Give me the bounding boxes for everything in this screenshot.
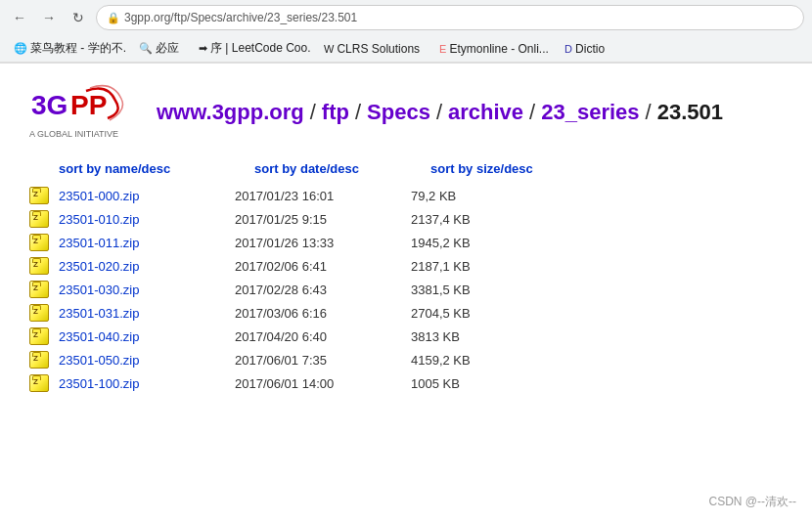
file-date: 2017/02/06 6:41 — [235, 259, 411, 274]
breadcrumb-sep-1: / — [355, 100, 361, 125]
bookmark-icon-etymonline: E — [439, 43, 446, 55]
file-icon — [29, 210, 49, 228]
table-row: 23501-030.zip 2017/02/28 6:43 3381,5 KB — [29, 278, 783, 301]
bookmark-label-leetcode: 序 | LeetCode Coo... — [210, 40, 310, 57]
bookmark-cainiao[interactable]: 🌐 菜鸟教程 - 学的不... — [8, 38, 125, 59]
file-size: 2704,5 KB — [411, 306, 558, 321]
table-row: 23501-040.zip 2017/04/20 6:40 3813 KB — [29, 325, 783, 348]
file-size: 2187,1 KB — [411, 259, 558, 274]
logo-area: 3G PP A GLOBAL INITIATIVE www.3gpp.org /… — [29, 83, 783, 142]
forward-button[interactable]: → — [37, 6, 61, 29]
bookmark-etymonline[interactable]: E Etymonline - Onli... — [433, 40, 551, 58]
file-size: 1005 KB — [411, 376, 558, 391]
sort-headers: sort by name/desc sort by date/desc sort… — [29, 161, 783, 176]
bookmark-icon-bing: 🔍 — [139, 42, 153, 55]
breadcrumb-link-ftp[interactable]: ftp — [322, 100, 349, 125]
file-icon — [29, 187, 49, 204]
table-row: 23501-011.zip 2017/01/26 13:33 1945,2 KB — [29, 231, 783, 254]
file-date: 2017/06/01 7:35 — [235, 353, 411, 368]
breadcrumb-link-23series[interactable]: 23_series — [541, 100, 639, 125]
file-size: 2137,4 KB — [411, 212, 558, 227]
file-icon — [29, 234, 49, 251]
file-date: 2017/01/25 9:15 — [235, 212, 411, 227]
breadcrumb-sep-4: / — [646, 100, 652, 125]
table-row: 23501-100.zip 2017/06/01 14:00 1005 KB — [29, 371, 783, 395]
file-date: 2017/06/01 14:00 — [235, 376, 411, 391]
file-date: 2017/04/20 6:40 — [235, 329, 411, 344]
bookmark-label-dict: Dictio — [575, 42, 605, 56]
bookmark-label-cainiao: 菜鸟教程 - 学的不... — [30, 40, 125, 57]
file-link[interactable]: 23501-050.zip — [59, 353, 235, 368]
address-bar[interactable]: 🔒 3gpp.org/ftp/Specs/archive/23_series/2… — [96, 5, 804, 30]
file-size: 79,2 KB — [411, 189, 558, 203]
bookmark-icon-clrs: W — [324, 43, 334, 55]
logo-box: 3G PP A GLOBAL INITIATIVE — [29, 83, 137, 142]
file-link[interactable]: 23501-031.zip — [59, 306, 235, 321]
file-listing: sort by name/desc sort by date/desc sort… — [29, 161, 783, 395]
file-date: 2017/02/28 6:43 — [235, 283, 411, 297]
table-row: 23501-031.zip 2017/03/06 6:16 2704,5 KB — [29, 301, 783, 325]
file-link[interactable]: 23501-020.zip — [59, 259, 235, 274]
3gpp-logo: 3G PP — [29, 83, 127, 127]
file-link[interactable]: 23501-100.zip — [59, 376, 235, 391]
file-icon — [29, 374, 49, 392]
file-icon — [29, 304, 49, 322]
refresh-button[interactable]: ↻ — [67, 6, 90, 29]
bookmark-icon-dict: D — [564, 43, 572, 55]
file-size: 1945,2 KB — [411, 236, 558, 250]
breadcrumb-link-specs[interactable]: Specs — [367, 100, 430, 125]
breadcrumb-sep-0: / — [310, 100, 316, 125]
file-icon — [29, 257, 49, 275]
bookmark-label-bing: 必应 — [156, 40, 179, 57]
file-size: 4159,2 KB — [411, 353, 558, 368]
sort-by-date[interactable]: sort by date/desc — [254, 161, 430, 176]
table-row: 23501-050.zip 2017/06/01 7:35 4159,2 KB — [29, 348, 783, 371]
file-date: 2017/03/06 6:16 — [235, 306, 411, 321]
bookmark-dict[interactable]: D Dictio — [559, 40, 610, 58]
file-icon — [29, 327, 49, 345]
page-content: 3G PP A GLOBAL INITIATIVE www.3gpp.org /… — [0, 64, 812, 414]
breadcrumb: www.3gpp.org / ftp / Specs / archive / 2… — [157, 100, 723, 125]
sort-by-size[interactable]: sort by size/desc — [430, 161, 577, 176]
browser-chrome: ← → ↻ 🔒 3gpp.org/ftp/Specs/archive/23_se… — [0, 0, 812, 64]
breadcrumb-link-root[interactable]: www.3gpp.org — [157, 100, 304, 125]
file-size: 3813 KB — [411, 329, 558, 344]
file-date: 2017/01/23 16:01 — [235, 189, 411, 203]
table-row: 23501-000.zip 2017/01/23 16:01 79,2 KB — [29, 184, 783, 207]
file-size: 3381,5 KB — [411, 283, 558, 297]
file-link[interactable]: 23501-030.zip — [59, 283, 235, 297]
file-icon — [29, 281, 49, 298]
svg-text:PP: PP — [70, 90, 107, 120]
file-link[interactable]: 23501-000.zip — [59, 189, 235, 203]
file-date: 2017/01/26 13:33 — [235, 236, 411, 250]
bookmark-icon-cainiao: 🌐 — [14, 42, 27, 55]
url-text: 3gpp.org/ftp/Specs/archive/23_series/23.… — [124, 11, 357, 24]
back-button[interactable]: ← — [8, 6, 31, 29]
file-link[interactable]: 23501-040.zip — [59, 329, 235, 344]
breadcrumb-sep-3: / — [529, 100, 535, 125]
bookmark-label-etymonline: Etymonline - Onli... — [449, 42, 548, 56]
bookmark-clrs[interactable]: W CLRS Solutions — [318, 40, 426, 58]
bookmarks-bar: 🌐 菜鸟教程 - 学的不... 🔍 必应 ➡ 序 | LeetCode Coo.… — [0, 35, 812, 63]
bookmark-bing[interactable]: 🔍 必应 — [133, 38, 185, 59]
svg-text:3G: 3G — [31, 90, 68, 120]
breadcrumb-link-archive[interactable]: archive — [448, 100, 523, 125]
browser-toolbar: ← → ↻ 🔒 3gpp.org/ftp/Specs/archive/23_se… — [0, 0, 812, 35]
breadcrumb-sep-2: / — [436, 100, 442, 125]
logo-tagline: A GLOBAL INITIATIVE — [29, 129, 118, 139]
file-rows-container: 23501-000.zip 2017/01/23 16:01 79,2 KB 2… — [29, 184, 783, 395]
bookmark-leetcode[interactable]: ➡ 序 | LeetCode Coo... — [193, 38, 310, 59]
file-icon — [29, 351, 49, 369]
file-link[interactable]: 23501-011.zip — [59, 236, 235, 250]
table-row: 23501-010.zip 2017/01/25 9:15 2137,4 KB — [29, 207, 783, 231]
bookmark-icon-leetcode: ➡ — [199, 42, 207, 55]
breadcrumb-current: 23.501 — [657, 100, 723, 125]
table-row: 23501-020.zip 2017/02/06 6:41 2187,1 KB — [29, 254, 783, 278]
file-link[interactable]: 23501-010.zip — [59, 212, 235, 227]
sort-by-name[interactable]: sort by name/desc — [59, 161, 254, 176]
bookmark-label-clrs: CLRS Solutions — [337, 42, 420, 56]
lock-icon: 🔒 — [107, 12, 120, 24]
